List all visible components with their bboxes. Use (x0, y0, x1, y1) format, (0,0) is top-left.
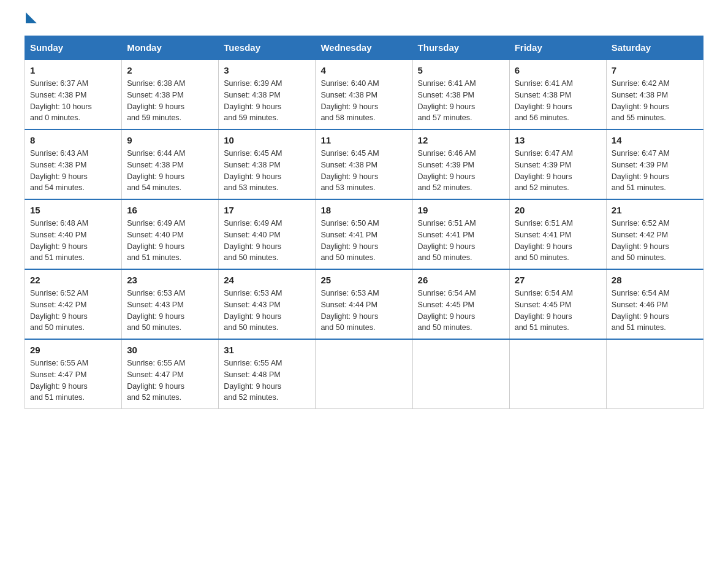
calendar-cell: 14 Sunrise: 6:47 AMSunset: 4:39 PMDaylig… (606, 129, 703, 199)
day-info: Sunrise: 6:54 AMSunset: 4:45 PMDaylight:… (515, 288, 601, 334)
calendar-week-4: 22 Sunrise: 6:52 AMSunset: 4:42 PMDaylig… (25, 269, 703, 339)
day-number: 25 (320, 275, 407, 285)
day-info: Sunrise: 6:44 AMSunset: 4:38 PMDaylight:… (127, 148, 213, 194)
day-number: 28 (612, 275, 698, 285)
calendar-cell: 7 Sunrise: 6:42 AMSunset: 4:38 PMDayligh… (606, 59, 703, 129)
day-number: 4 (320, 65, 407, 75)
calendar-week-5: 29 Sunrise: 6:55 AMSunset: 4:47 PMDaylig… (25, 339, 703, 409)
day-info: Sunrise: 6:47 AMSunset: 4:39 PMDaylight:… (515, 148, 601, 194)
day-number: 1 (30, 65, 116, 75)
day-info: Sunrise: 6:50 AMSunset: 4:41 PMDaylight:… (320, 218, 407, 264)
day-number: 6 (515, 65, 601, 75)
day-number: 14 (612, 135, 698, 145)
calendar-cell: 28 Sunrise: 6:54 AMSunset: 4:46 PMDaylig… (606, 269, 703, 339)
day-number: 2 (127, 65, 213, 75)
day-number: 11 (320, 135, 407, 145)
calendar-cell: 31 Sunrise: 6:55 AMSunset: 4:48 PMDaylig… (219, 339, 316, 409)
calendar-cell: 24 Sunrise: 6:53 AMSunset: 4:43 PMDaylig… (219, 269, 316, 339)
day-number: 22 (30, 275, 116, 285)
calendar-body: 1 Sunrise: 6:37 AMSunset: 4:38 PMDayligh… (25, 59, 703, 409)
calendar-cell: 6 Sunrise: 6:41 AMSunset: 4:38 PMDayligh… (509, 59, 606, 129)
dow-header-sunday: Sunday (25, 36, 122, 60)
day-info: Sunrise: 6:52 AMSunset: 4:42 PMDaylight:… (30, 288, 116, 334)
day-info: Sunrise: 6:43 AMSunset: 4:38 PMDaylight:… (30, 148, 116, 194)
calendar-cell: 18 Sunrise: 6:50 AMSunset: 4:41 PMDaylig… (316, 199, 412, 269)
day-number: 9 (127, 135, 213, 145)
day-info: Sunrise: 6:49 AMSunset: 4:40 PMDaylight:… (224, 218, 310, 264)
calendar-cell: 29 Sunrise: 6:55 AMSunset: 4:47 PMDaylig… (25, 339, 122, 409)
days-of-week-row: SundayMondayTuesdayWednesdayThursdayFrid… (25, 36, 703, 60)
calendar-cell: 1 Sunrise: 6:37 AMSunset: 4:38 PMDayligh… (25, 59, 122, 129)
day-number: 20 (515, 205, 601, 215)
day-number: 18 (320, 205, 407, 215)
day-info: Sunrise: 6:41 AMSunset: 4:38 PMDaylight:… (418, 78, 504, 124)
calendar-cell: 25 Sunrise: 6:53 AMSunset: 4:44 PMDaylig… (316, 269, 412, 339)
calendar-cell (509, 339, 606, 409)
calendar-cell: 11 Sunrise: 6:45 AMSunset: 4:38 PMDaylig… (316, 129, 412, 199)
day-number: 16 (127, 205, 213, 215)
calendar-cell: 20 Sunrise: 6:51 AMSunset: 4:41 PMDaylig… (509, 199, 606, 269)
day-info: Sunrise: 6:53 AMSunset: 4:43 PMDaylight:… (224, 288, 310, 334)
calendar-cell: 19 Sunrise: 6:51 AMSunset: 4:41 PMDaylig… (412, 199, 509, 269)
day-info: Sunrise: 6:39 AMSunset: 4:38 PMDaylight:… (224, 78, 310, 124)
day-number: 31 (224, 345, 310, 355)
day-info: Sunrise: 6:45 AMSunset: 4:38 PMDaylight:… (320, 148, 407, 194)
dow-header-saturday: Saturday (606, 36, 703, 60)
day-info: Sunrise: 6:51 AMSunset: 4:41 PMDaylight:… (515, 218, 601, 264)
calendar-cell: 21 Sunrise: 6:52 AMSunset: 4:42 PMDaylig… (606, 199, 703, 269)
day-info: Sunrise: 6:42 AMSunset: 4:38 PMDaylight:… (612, 78, 698, 124)
day-info: Sunrise: 6:55 AMSunset: 4:48 PMDaylight:… (224, 358, 310, 404)
day-number: 24 (224, 275, 310, 285)
calendar-cell: 12 Sunrise: 6:46 AMSunset: 4:39 PMDaylig… (412, 129, 509, 199)
day-number: 27 (515, 275, 601, 285)
dow-header-thursday: Thursday (412, 36, 509, 60)
calendar-cell: 17 Sunrise: 6:49 AMSunset: 4:40 PMDaylig… (219, 199, 316, 269)
day-info: Sunrise: 6:53 AMSunset: 4:44 PMDaylight:… (320, 288, 407, 334)
calendar-week-1: 1 Sunrise: 6:37 AMSunset: 4:38 PMDayligh… (25, 59, 703, 129)
logo (25, 18, 37, 23)
calendar-cell: 2 Sunrise: 6:38 AMSunset: 4:38 PMDayligh… (122, 59, 219, 129)
day-number: 19 (418, 205, 504, 215)
calendar-cell: 22 Sunrise: 6:52 AMSunset: 4:42 PMDaylig… (25, 269, 122, 339)
day-info: Sunrise: 6:49 AMSunset: 4:40 PMDaylight:… (127, 218, 213, 264)
calendar-cell: 10 Sunrise: 6:45 AMSunset: 4:38 PMDaylig… (219, 129, 316, 199)
calendar-cell: 15 Sunrise: 6:48 AMSunset: 4:40 PMDaylig… (25, 199, 122, 269)
day-number: 26 (418, 275, 504, 285)
page-header (25, 18, 703, 23)
calendar-cell: 13 Sunrise: 6:47 AMSunset: 4:39 PMDaylig… (509, 129, 606, 199)
calendar-cell: 26 Sunrise: 6:54 AMSunset: 4:45 PMDaylig… (412, 269, 509, 339)
day-number: 23 (127, 275, 213, 285)
calendar-cell: 16 Sunrise: 6:49 AMSunset: 4:40 PMDaylig… (122, 199, 219, 269)
day-number: 17 (224, 205, 310, 215)
day-number: 21 (612, 205, 698, 215)
day-info: Sunrise: 6:52 AMSunset: 4:42 PMDaylight:… (612, 218, 698, 264)
logo-triangle-icon (26, 12, 37, 23)
day-info: Sunrise: 6:40 AMSunset: 4:38 PMDaylight:… (320, 78, 407, 124)
day-number: 7 (612, 65, 698, 75)
calendar-cell: 30 Sunrise: 6:55 AMSunset: 4:47 PMDaylig… (122, 339, 219, 409)
day-info: Sunrise: 6:55 AMSunset: 4:47 PMDaylight:… (30, 358, 116, 404)
calendar-cell (316, 339, 412, 409)
day-number: 15 (30, 205, 116, 215)
day-info: Sunrise: 6:37 AMSunset: 4:38 PMDaylight:… (30, 78, 116, 124)
calendar-table: SundayMondayTuesdayWednesdayThursdayFrid… (25, 36, 703, 409)
calendar-cell: 4 Sunrise: 6:40 AMSunset: 4:38 PMDayligh… (316, 59, 412, 129)
calendar-cell: 8 Sunrise: 6:43 AMSunset: 4:38 PMDayligh… (25, 129, 122, 199)
day-number: 30 (127, 345, 213, 355)
day-number: 3 (224, 65, 310, 75)
calendar-week-2: 8 Sunrise: 6:43 AMSunset: 4:38 PMDayligh… (25, 129, 703, 199)
dow-header-monday: Monday (122, 36, 219, 60)
day-info: Sunrise: 6:53 AMSunset: 4:43 PMDaylight:… (127, 288, 213, 334)
day-info: Sunrise: 6:47 AMSunset: 4:39 PMDaylight:… (612, 148, 698, 194)
calendar-cell: 9 Sunrise: 6:44 AMSunset: 4:38 PMDayligh… (122, 129, 219, 199)
day-info: Sunrise: 6:46 AMSunset: 4:39 PMDaylight:… (418, 148, 504, 194)
calendar-cell: 27 Sunrise: 6:54 AMSunset: 4:45 PMDaylig… (509, 269, 606, 339)
day-info: Sunrise: 6:51 AMSunset: 4:41 PMDaylight:… (418, 218, 504, 264)
day-info: Sunrise: 6:55 AMSunset: 4:47 PMDaylight:… (127, 358, 213, 404)
calendar-cell: 5 Sunrise: 6:41 AMSunset: 4:38 PMDayligh… (412, 59, 509, 129)
calendar-cell (606, 339, 703, 409)
day-number: 8 (30, 135, 116, 145)
day-info: Sunrise: 6:54 AMSunset: 4:45 PMDaylight:… (418, 288, 504, 334)
day-number: 5 (418, 65, 504, 75)
day-number: 13 (515, 135, 601, 145)
